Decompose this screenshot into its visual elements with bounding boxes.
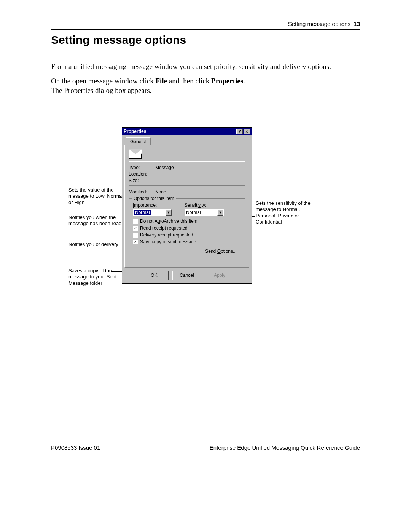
para-instruction: On the open message window click File an…	[51, 76, 358, 96]
para-intro: From a unified messaging message window …	[51, 62, 358, 72]
page-header: Setting message options 13	[51, 21, 360, 30]
value-type: Message	[155, 165, 174, 170]
body-text: From a unified messaging message window …	[51, 62, 358, 100]
properties-dialog: Properties ? × General Type:Message Loca…	[122, 127, 252, 283]
label-modified: Modified:	[129, 189, 155, 195]
label-importance: IImportance:mportance:	[133, 203, 172, 208]
titlebar-help-button[interactable]: ?	[236, 129, 243, 134]
callout-read-receipt: Notifies you when the message has been r…	[68, 214, 126, 227]
titlebar-close-button[interactable]: ×	[244, 129, 250, 134]
groupbox-legend: Options for this item	[132, 196, 176, 201]
importance-value: Normal	[134, 210, 151, 215]
label-size: Size:	[129, 178, 155, 183]
page-title: Setting message options	[51, 34, 186, 46]
checkbox-save-copy[interactable]: Save copy of sent message	[133, 239, 241, 244]
apply-button[interactable]: Apply	[205, 271, 234, 280]
sensitivity-select[interactable]: Normal ▼	[185, 209, 224, 216]
footer-left: P0908533 Issue 01	[51, 444, 100, 451]
footer-right: Enterprise Edge Unified Messaging Quick …	[210, 444, 360, 451]
dialog-titlebar[interactable]: Properties ? ×	[122, 128, 252, 135]
checkbox-autoarchive[interactable]: Do not AutoArchive this item	[133, 219, 241, 224]
checkbox-delivery-receipt[interactable]: Delivery receipt requested	[133, 232, 241, 238]
sensitivity-value: Normal	[186, 210, 201, 215]
header-pagenum: 13	[352, 21, 360, 27]
checkbox-read-receipt[interactable]: Read receipt requested	[133, 225, 241, 231]
divider-2	[129, 185, 245, 186]
tab-general[interactable]: General	[126, 137, 151, 145]
importance-select[interactable]: Normal ▼	[133, 209, 172, 216]
page-footer: P0908533 Issue 01 Enterprise Edge Unifie…	[51, 441, 360, 451]
dropdown-arrow-icon: ▼	[166, 209, 172, 216]
label-location: Location:	[129, 171, 155, 177]
dialog-title: Properties	[124, 128, 146, 135]
header-section: Setting message options	[288, 21, 350, 27]
label-sensitivity: Sensitivity:	[185, 203, 224, 208]
figure-properties-dialog: Sets the value of the message to Low, No…	[68, 127, 342, 295]
cancel-button[interactable]: Cancel	[172, 271, 201, 280]
callout-delivery-receipt: Notifies you of delivery	[68, 241, 126, 248]
divider	[129, 161, 245, 162]
dropdown-arrow-icon: ▼	[217, 209, 223, 216]
ok-button[interactable]: OK	[140, 271, 169, 280]
label-type: Type:	[129, 165, 155, 170]
tab-body: Type:Message Location: Size: Modified:No…	[124, 145, 249, 268]
callout-sensitivity: Sets the sensitivity of the message to N…	[256, 200, 315, 225]
send-options-button[interactable]: Send Options...	[201, 247, 241, 256]
options-groupbox: Options for this item IImportance:mporta…	[129, 198, 245, 259]
callout-save-copy: Saves a copy of the message to your Sent…	[68, 268, 126, 286]
envelope-icon	[129, 149, 142, 159]
value-modified: None	[155, 189, 166, 195]
